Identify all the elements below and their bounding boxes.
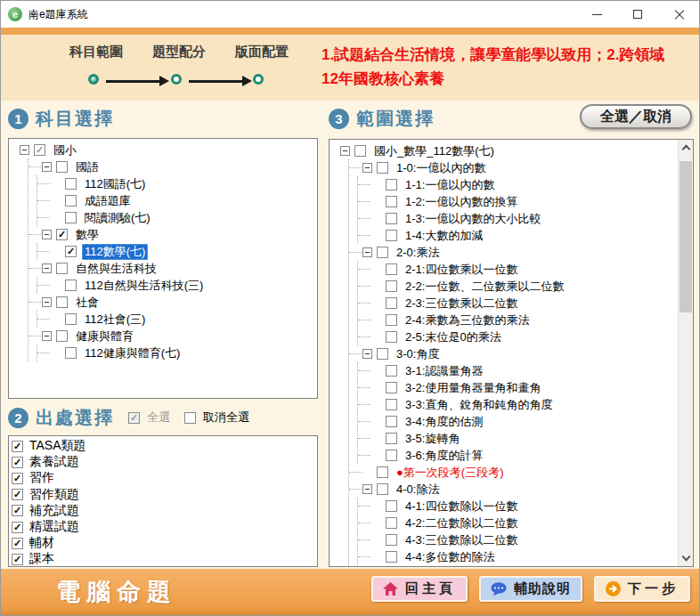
tree-checkbox[interactable] [386, 280, 397, 292]
tree-checkbox[interactable] [386, 230, 397, 241]
source-checkbox[interactable] [12, 489, 23, 500]
tree-item-label[interactable]: 國小 [51, 142, 79, 158]
source-item[interactable]: 補充試題 [12, 503, 317, 519]
tree-item[interactable]: 112國語(七) [37, 175, 317, 192]
scroll-up-icon[interactable] [682, 145, 691, 154]
tree-checkbox[interactable] [377, 466, 388, 478]
tree-item-label[interactable]: 4-3:三位數除以二位數 [403, 532, 520, 548]
source-item[interactable]: 素養試題 [12, 454, 317, 470]
tree-item[interactable]: 國小 [20, 142, 317, 158]
tree-item-label[interactable]: 112國語(七) [82, 176, 148, 192]
tree-item[interactable]: 1-1:一億以內的數 [358, 176, 693, 193]
tree-item[interactable]: 112數學(七) [37, 243, 317, 260]
tree-item[interactable]: 數學 [28, 226, 317, 243]
tree-item-label[interactable]: 2-1:四位數乘以一位數 [403, 262, 520, 278]
tree-item[interactable]: 4-3:三位數除以二位數 [358, 531, 693, 548]
tree-expander-icon[interactable] [362, 484, 372, 494]
tree-checkbox[interactable] [65, 212, 77, 223]
tree-checkbox[interactable] [377, 247, 388, 258]
minimize-button[interactable] [576, 1, 617, 28]
source-checkbox[interactable] [12, 457, 23, 468]
tree-item-label[interactable]: 1-0:一億以內的數 [394, 160, 488, 176]
tree-item-label[interactable]: 1-3:一億以內數的大小比較 [403, 211, 543, 227]
tree-expander-icon[interactable] [42, 331, 52, 341]
tree-checkbox[interactable] [354, 145, 366, 157]
close-button[interactable] [658, 1, 699, 28]
source-checkbox[interactable] [12, 441, 23, 452]
tree-expander-icon[interactable] [42, 297, 52, 307]
tree-item-label[interactable]: 數學 [73, 227, 102, 243]
tree-item[interactable]: 3-4:角度的估測 [358, 413, 693, 430]
tree-checkbox[interactable] [386, 196, 397, 207]
tree-item-label[interactable]: 112數學(七) [82, 244, 148, 260]
deselect-all-control[interactable]: 取消全選 [184, 409, 249, 426]
tree-item[interactable]: 3-6:角度的計算 [358, 447, 693, 464]
tree-item[interactable]: 2-4:乘數為三位數的乘法 [358, 312, 693, 328]
tree-checkbox[interactable] [386, 213, 397, 224]
tree-item-label[interactable]: 3-1:認識量角器 [403, 363, 485, 379]
tree-item-label[interactable]: 2-2:一位數、二位數乘以二位數 [403, 279, 566, 295]
tree-checkbox[interactable] [386, 382, 397, 393]
scroll-down-icon[interactable] [682, 553, 691, 562]
tree-item[interactable]: 3-3:直角、銳角和鈍角的角度 [358, 396, 693, 413]
tree-item[interactable]: 自然與生活科技 [28, 260, 317, 277]
tree-checkbox[interactable] [386, 450, 397, 461]
tree-item[interactable]: 成語題庫 [37, 192, 317, 209]
source-item[interactable]: 習作類題 [12, 487, 317, 503]
tree-item-label[interactable]: 3-6:角度的計算 [403, 448, 485, 464]
scrollbar-thumb[interactable] [680, 161, 692, 312]
tree-item[interactable]: 4-1:四位數除以一位數 [358, 498, 693, 515]
tree-item-label[interactable]: 4-2:二位數除以二位數 [403, 515, 520, 531]
tree-expander-icon[interactable] [20, 145, 29, 155]
tree-item[interactable]: 1-0:一億以內的數 [349, 159, 693, 176]
tree-item-label[interactable]: 4-0:除法 [394, 482, 442, 498]
tree-expander-icon[interactable] [42, 230, 52, 239]
source-checkbox[interactable] [12, 473, 23, 484]
tree-checkbox[interactable] [386, 314, 397, 326]
tree-item[interactable]: 4-5:末位是0的除法 [358, 565, 693, 567]
tree-expander-icon[interactable] [362, 349, 372, 359]
tree-item-label[interactable]: 112健康與體育(七) [82, 345, 183, 361]
tree-item-label[interactable]: 健康與體育 [73, 328, 136, 344]
tree-item[interactable]: 4-2:二位數除以二位數 [358, 515, 693, 531]
tree-item[interactable]: 112自然與生活科技(三) [37, 277, 317, 294]
tree-checkbox[interactable] [65, 178, 77, 190]
select-toggle-button[interactable]: 全選／取消 [580, 104, 692, 129]
tree-item-label[interactable]: 社會 [73, 295, 102, 311]
tree-checkbox[interactable] [56, 330, 68, 342]
tree-checkbox[interactable] [65, 246, 77, 257]
tree-item[interactable]: 1-2:一億以內數的換算 [358, 193, 693, 210]
tree-checkbox[interactable] [56, 263, 68, 274]
help-button[interactable]: 輔助說明 [479, 576, 582, 602]
tree-checkbox[interactable] [386, 297, 397, 309]
tree-expander-icon[interactable] [340, 146, 350, 156]
tree-item[interactable]: 4-0:除法 [349, 481, 693, 498]
tree-item[interactable]: 健康與體育 [28, 328, 317, 344]
tree-checkbox[interactable] [377, 483, 388, 495]
maximize-button[interactable] [617, 1, 658, 28]
tree-checkbox[interactable] [386, 365, 397, 377]
tree-item[interactable]: 國語 [28, 158, 317, 175]
tree-checkbox[interactable] [65, 347, 77, 359]
tree-checkbox[interactable] [377, 348, 388, 360]
tree-item-label[interactable]: ●第一次段考(三段考) [394, 465, 507, 481]
tree-item[interactable]: 3-1:認識量角器 [358, 362, 693, 379]
tree-item[interactable]: 1-3:一億以內數的大小比較 [358, 210, 693, 227]
tree-item-label[interactable]: 3-3:直角、銳角和鈍角的角度 [403, 397, 555, 413]
vertical-scrollbar[interactable] [678, 140, 693, 566]
source-item[interactable]: TASA類題 [12, 438, 317, 454]
tree-item-label[interactable]: 2-3:三位數乘以二位數 [403, 296, 520, 312]
source-checkbox[interactable] [12, 522, 23, 533]
tree-checkbox[interactable] [65, 195, 77, 207]
source-checkbox[interactable] [12, 554, 23, 565]
tree-item-label[interactable]: 112社會(三) [82, 312, 148, 328]
tree-checkbox[interactable] [386, 331, 397, 343]
tree-checkbox[interactable] [386, 534, 397, 546]
tree-item-label[interactable]: 4-5:末位是0的除法 [403, 566, 504, 568]
source-item[interactable]: 輔材 [12, 535, 317, 551]
tree-checkbox[interactable] [56, 296, 68, 308]
tree-checkbox[interactable] [386, 551, 397, 563]
tree-item-label[interactable]: 2-5:末位是0的乘法 [403, 329, 504, 345]
tree-item-label[interactable]: 2-0:乘法 [394, 245, 442, 261]
tree-item[interactable]: 2-0:乘法 [349, 244, 693, 261]
